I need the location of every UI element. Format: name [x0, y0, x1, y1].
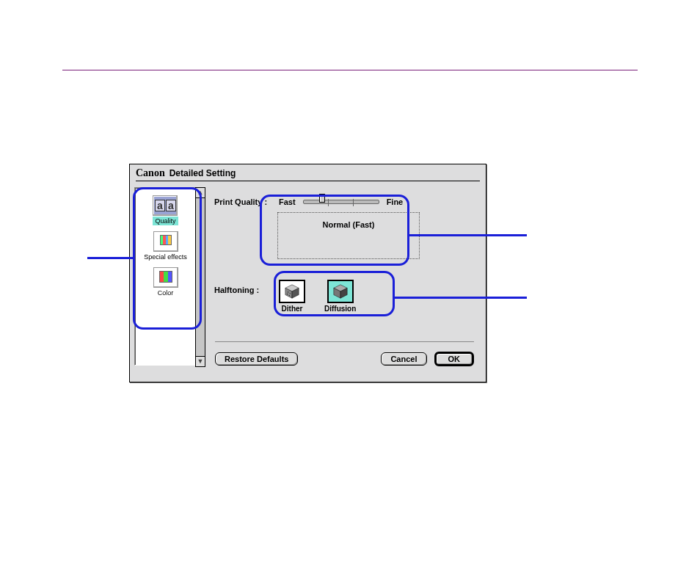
halftoning-row: Halftoning : Dither [214, 280, 471, 313]
annotation-line-sidebar [87, 257, 133, 259]
title-bar: Canon Detailed Setting [130, 164, 486, 181]
halftone-option-dither[interactable]: Dither [279, 280, 305, 313]
sidebar-item-label: Quality [153, 217, 178, 225]
halftoning-options: Dither Diffusion [279, 280, 356, 313]
svg-point-6 [289, 295, 290, 296]
print-quality-label: Print Quality : [214, 197, 271, 206]
detailed-setting-dialog: Canon Detailed Setting Quality Special e… [129, 164, 486, 382]
sidebar-item-label: Color [156, 288, 176, 297]
print-quality-status-box: Normal (Fast) [277, 212, 420, 259]
halftone-option-label: Diffusion [324, 305, 356, 313]
print-quality-slider[interactable] [303, 196, 379, 208]
print-quality-current: Normal (Fast) [323, 220, 375, 229]
svg-point-5 [287, 294, 288, 294]
color-icon [153, 267, 178, 288]
content-area: Print Quality : Fast Fine Normal (Fast) … [214, 196, 471, 313]
halftone-option-diffusion[interactable]: Diffusion [324, 280, 356, 313]
halftoning-label: Halftoning : [214, 280, 279, 294]
slider-fast-label: Fast [279, 197, 296, 206]
sidebar-scrollbar[interactable]: ▲ ▼ [195, 187, 205, 367]
title-divider [136, 181, 480, 181]
sidebar-item-color[interactable]: Color [153, 267, 178, 297]
brand-logo: Canon [136, 167, 165, 179]
sidebar-item-special-effects[interactable]: Special effects [142, 231, 189, 261]
restore-defaults-button[interactable]: Restore Defaults [215, 352, 298, 366]
dialog-title: Detailed Setting [169, 168, 236, 178]
special-effects-icon [153, 231, 178, 252]
halftone-option-label: Dither [282, 305, 303, 313]
sidebar-item-label: Special effects [142, 253, 189, 261]
slider-fine-label: Fine [387, 197, 404, 206]
ok-button[interactable]: OK [434, 352, 475, 366]
scroll-down-arrow-icon[interactable]: ▼ [196, 356, 205, 366]
scroll-up-arrow-icon[interactable]: ▲ [196, 188, 205, 198]
dialog-body: Quality Special effects Color ▲ ▼ [130, 183, 486, 372]
cancel-button[interactable]: Cancel [381, 352, 426, 366]
button-row: Restore Defaults Cancel OK [215, 352, 474, 366]
svg-point-3 [288, 291, 288, 292]
slider-thumb[interactable] [319, 194, 325, 203]
quality-icon [153, 195, 178, 216]
dither-icon [279, 280, 305, 303]
print-quality-row: Print Quality : Fast Fine [214, 196, 471, 208]
sidebar-item-quality[interactable]: Quality [153, 195, 178, 225]
page-divider [62, 70, 638, 70]
scroll-track[interactable] [196, 198, 205, 356]
sidebar-panel: Quality Special effects Color ▲ ▼ [134, 187, 197, 366]
diffusion-icon [327, 280, 354, 303]
svg-point-4 [290, 293, 291, 294]
